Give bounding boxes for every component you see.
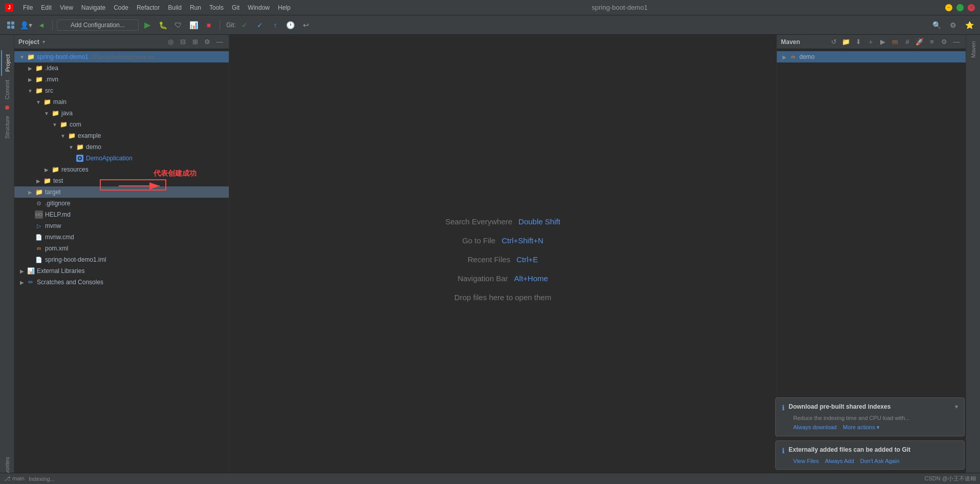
- tab-commit[interactable]: Commit: [2, 76, 13, 103]
- run-button[interactable]: ▶: [141, 18, 154, 32]
- view-files-btn[interactable]: View Files: [793, 458, 819, 464]
- maven-vertical-tab[interactable]: Maven: [968, 37, 978, 62]
- tree-test[interactable]: ▶ 📁 test: [14, 175, 229, 186]
- menu-refactor[interactable]: Refactor: [133, 3, 163, 13]
- drop-files-label: Drop files here to open them: [454, 293, 551, 302]
- stop-button[interactable]: ■: [202, 18, 215, 32]
- debug-button[interactable]: 🐛: [156, 18, 169, 32]
- maven-plus-btn[interactable]: ＋: [865, 37, 876, 47]
- tree-main[interactable]: ▼ 📁 main: [14, 96, 229, 108]
- tree-mvnw[interactable]: ▶ ▷ mvnw: [14, 220, 229, 232]
- menu-tools[interactable]: Tools: [206, 3, 227, 13]
- tree-mvn[interactable]: ▶ 📁 .mvn: [14, 74, 229, 85]
- tab-project[interactable]: Project: [1, 50, 13, 76]
- expand-demo-icon: ▼: [68, 143, 75, 151]
- menu-git[interactable]: Git: [228, 3, 243, 13]
- tree-resources[interactable]: ▶ 📁 resources: [14, 164, 229, 175]
- expand-maven-demo: ▶: [781, 53, 788, 60]
- maven-settings-btn[interactable]: ⚙: [939, 37, 949, 47]
- locate-file-btn[interactable]: ◎: [165, 37, 176, 47]
- tree-com[interactable]: ▼ 📁 com: [14, 119, 229, 130]
- git-history[interactable]: 🕐: [284, 18, 297, 32]
- git-push[interactable]: ↑: [269, 18, 282, 32]
- toolbar-project-icon[interactable]: [4, 18, 17, 32]
- git-checkmark-blue[interactable]: ✓: [253, 18, 267, 32]
- profile-run-button[interactable]: 📊: [187, 18, 200, 32]
- tree-scratches[interactable]: ▶ ✏ Scratches and Consoles: [14, 277, 229, 288]
- maven-add-btn[interactable]: 📁: [841, 37, 851, 47]
- profile-button[interactable]: 👤▾: [19, 18, 33, 32]
- always-add-btn[interactable]: Always Add: [825, 458, 854, 464]
- svg-point-6: [79, 157, 81, 159]
- menu-window[interactable]: Window: [244, 3, 273, 13]
- tree-gitignore[interactable]: ▶ ⚙ .gitignore: [14, 198, 229, 209]
- tree-iml[interactable]: ▶ 📄 spring-boot-demo1.iml: [14, 254, 229, 265]
- menu-code[interactable]: Code: [110, 3, 132, 13]
- recent-files-label: Recent Files: [468, 255, 510, 264]
- close-button[interactable]: ✕: [968, 4, 975, 11]
- tree-mvnw-cmd[interactable]: ▶ 📄 mvnw.cmd: [14, 232, 229, 243]
- run-config-selector[interactable]: Add Configuration...: [57, 19, 139, 31]
- menu-help[interactable]: Help: [274, 3, 294, 13]
- menu-file[interactable]: File: [19, 3, 36, 13]
- panel-close-btn[interactable]: —: [214, 37, 225, 47]
- tree-target[interactable]: ▶ 📁 target: [14, 186, 229, 198]
- collapse-all-btn[interactable]: ⊟: [178, 37, 188, 47]
- minimize-button[interactable]: −: [945, 4, 952, 11]
- back-button[interactable]: ◄: [35, 18, 48, 32]
- maven-m-btn[interactable]: m: [890, 37, 900, 47]
- maven-lightning-btn[interactable]: 🚀: [914, 37, 925, 47]
- expand-all-btn[interactable]: ⊞: [190, 37, 200, 47]
- maven-menu-btn[interactable]: ≡: [927, 37, 937, 47]
- settings-button[interactable]: ⚙: [946, 18, 960, 32]
- tree-demo-application[interactable]: DemoApplication: [14, 153, 229, 164]
- toolbar-sep-1: [52, 20, 53, 30]
- expand-ext-lib-icon: ▶: [18, 267, 26, 275]
- tree-src[interactable]: ▼ 📁 src: [14, 85, 229, 96]
- root-label: spring-boot-demo1: [37, 53, 89, 60]
- right-tab-bar: Maven: [966, 35, 980, 484]
- com-folder-icon: 📁: [59, 120, 68, 129]
- notif-indexes-expand[interactable]: ▾: [955, 403, 958, 410]
- always-download-btn[interactable]: Always download: [793, 424, 837, 431]
- resources-label: resources: [61, 166, 89, 173]
- maven-demo-item[interactable]: ▶ m demo: [777, 51, 966, 62]
- menu-edit[interactable]: Edit: [37, 3, 55, 13]
- project-dropdown-icon[interactable]: ▾: [42, 39, 45, 45]
- search-everywhere-btn[interactable]: 🔍: [930, 18, 943, 32]
- maven-download-btn[interactable]: ⬇: [853, 37, 863, 47]
- git-checkmark-green[interactable]: ✓: [238, 18, 251, 32]
- tree-java[interactable]: ▼ 📁 java: [14, 108, 229, 119]
- coverage-button[interactable]: 🛡: [171, 18, 185, 32]
- status-bar: ⎇ main Indexing... CSDN @小王不迷糊: [0, 473, 980, 484]
- tree-root[interactable]: ▼ 📁 spring-boot-demo1 D:\Downloads\git\j…: [14, 51, 229, 62]
- menu-run[interactable]: Run: [186, 3, 205, 13]
- more-actions-btn[interactable]: More actions ▾: [843, 424, 880, 431]
- panel-settings-btn[interactable]: ⚙: [202, 37, 212, 47]
- status-indexing: Indexing...: [29, 476, 55, 482]
- gitignore-label: .gitignore: [45, 200, 70, 207]
- mvn-label: .mvn: [45, 76, 58, 83]
- dont-ask-again-btn[interactable]: Don't Ask Again: [860, 458, 900, 464]
- maximize-button[interactable]: □: [956, 4, 964, 11]
- tree-help[interactable]: ▶ MD HELP.md: [14, 209, 229, 220]
- maven-run-btn[interactable]: ▶: [878, 37, 888, 47]
- mvnw-cmd-label: mvnw.cmd: [45, 234, 74, 241]
- tree-example[interactable]: ▼ 📁 example: [14, 130, 229, 141]
- maven-minimize-btn[interactable]: —: [951, 37, 962, 47]
- tree-external-libraries[interactable]: ▶ 📊 External Libraries: [14, 265, 229, 277]
- tree-pom[interactable]: ▶ m pom.xml: [14, 243, 229, 254]
- updates-button[interactable]: ⭐: [963, 18, 976, 32]
- menu-build[interactable]: Build: [164, 3, 185, 13]
- tree-idea[interactable]: ▶ 📁 .idea: [14, 62, 229, 74]
- maven-refresh-btn[interactable]: ↺: [829, 37, 839, 47]
- tree-demo[interactable]: ▼ 📁 demo: [14, 141, 229, 153]
- tab-structure[interactable]: Structure: [2, 112, 13, 143]
- expand-main-icon: ▼: [35, 98, 42, 106]
- menu-view[interactable]: View: [56, 3, 77, 13]
- menu-navigate[interactable]: Navigate: [78, 3, 109, 13]
- maven-hash-btn[interactable]: #: [902, 37, 912, 47]
- git-rollback[interactable]: ↩: [299, 18, 313, 32]
- expand-root-icon: ▼: [18, 53, 26, 60]
- navigation-bar-key: Alt+Home: [514, 274, 548, 283]
